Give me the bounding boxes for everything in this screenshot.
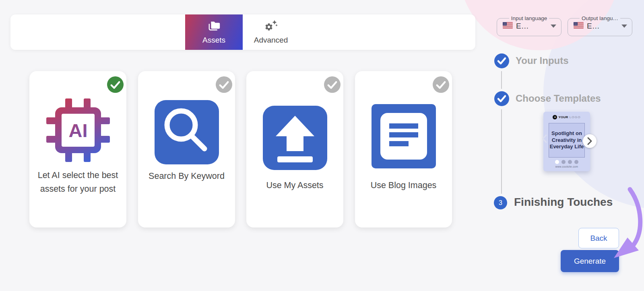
- card-ai-select[interactable]: AI Let AI select the best assets for you…: [29, 71, 126, 227]
- card-label: Use My Assets: [254, 179, 336, 193]
- unselected-check-icon: [433, 76, 449, 93]
- asset-selection-page: Assets Advanced: [0, 0, 644, 291]
- carousel-dot[interactable]: [574, 160, 578, 164]
- card-label: Use Blog Images: [362, 179, 445, 193]
- tab-advanced[interactable]: Advanced: [243, 14, 299, 50]
- chevron-down-icon: [621, 25, 627, 28]
- carousel-prev-icon[interactable]: [542, 134, 547, 145]
- tab-advanced-label: Advanced: [254, 36, 288, 45]
- input-language-select[interactable]: E…: [497, 21, 561, 31]
- template-website: www.coolsite.com: [543, 165, 590, 168]
- template-logo: ✦ YOUR LOGO: [543, 115, 590, 119]
- carousel-dot[interactable]: [568, 160, 572, 164]
- step-connector: [501, 109, 502, 194]
- card-my-assets[interactable]: Use My Assets: [246, 71, 343, 227]
- template-title-line: Creativity in: [549, 137, 584, 144]
- carousel-dot[interactable]: [555, 160, 559, 164]
- card-search-keyword[interactable]: Search By Keyword: [138, 71, 235, 227]
- output-language-value: E…: [587, 22, 600, 31]
- step3-number-badge: 3: [494, 196, 507, 209]
- upload-icon: [263, 106, 327, 170]
- unselected-check-icon: [324, 76, 341, 93]
- template-title-line: Everyday Life: [549, 143, 584, 150]
- carousel-dot[interactable]: [561, 160, 566, 164]
- unselected-check-icon: [216, 76, 232, 93]
- card-label: Let AI select the best assets for your p…: [37, 169, 119, 196]
- generate-button-label: Generate: [574, 257, 606, 266]
- top-tab-bar: Assets Advanced: [10, 14, 475, 50]
- input-language-label: Input language: [509, 15, 549, 21]
- selected-check-icon: [107, 76, 124, 93]
- us-flag-icon: [503, 22, 513, 30]
- search-icon: [155, 100, 219, 164]
- step3-number: 3: [499, 199, 502, 207]
- svg-text:AI: AI: [68, 120, 87, 141]
- step-connector: [501, 71, 502, 89]
- blog-article-icon: [372, 104, 436, 168]
- input-language-field: Input language E…: [497, 15, 561, 36]
- tab-assets-label: Assets: [202, 36, 225, 45]
- template-title-box: Spotlight on Creativity in Everyday Life: [549, 123, 585, 158]
- logo-word: YOUR: [558, 115, 568, 119]
- carousel-dots: [543, 160, 590, 164]
- gear-sparkle-icon: [264, 20, 278, 34]
- output-language-select[interactable]: E…: [568, 21, 632, 31]
- output-language-label: Output langu…: [580, 15, 620, 21]
- logo-word-2: LOGO: [570, 115, 581, 119]
- step1-done-check-icon: [494, 53, 509, 68]
- ai-chip-icon: AI: [46, 98, 110, 164]
- input-language-value: E…: [516, 22, 529, 31]
- tab-assets[interactable]: Assets: [185, 14, 243, 50]
- template-title-line: Spotlight on: [549, 130, 584, 137]
- step2-label: Choose Templates: [516, 93, 601, 104]
- template-preview-card: ✦ YOUR LOGO Spotlight on Creativity in E…: [543, 112, 590, 171]
- carousel-next-button[interactable]: [583, 134, 597, 148]
- us-flag-icon: [574, 22, 584, 30]
- chevron-down-icon: [551, 25, 556, 28]
- step1-label: Your Inputs: [516, 55, 569, 66]
- back-button-label: Back: [590, 234, 607, 243]
- purple-annotation-arrow: [606, 187, 644, 263]
- output-language-field: Output langu… E…: [568, 15, 632, 36]
- card-blog-images[interactable]: Use Blog Images: [355, 71, 452, 227]
- step3-label: Finishing Touches: [514, 196, 613, 209]
- folders-icon: [207, 20, 221, 34]
- logo-mark-icon: ✦: [553, 115, 557, 119]
- card-label: Search By Keyword: [145, 170, 228, 183]
- step2-done-check-icon: [494, 91, 509, 106]
